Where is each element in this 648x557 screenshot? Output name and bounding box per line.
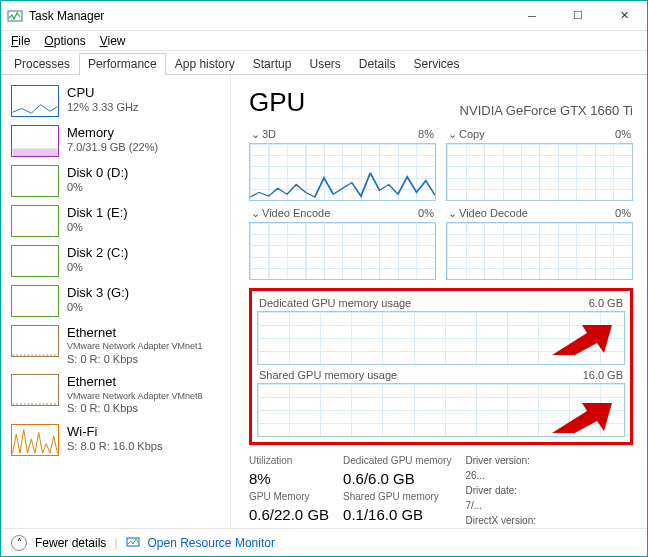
stat-shared: 0.1/16.0 GB <box>343 506 451 523</box>
sidebar-item-label: CPU <box>67 85 139 101</box>
sidebar-item-label: Disk 0 (D:) <box>67 165 128 181</box>
svg-rect-1 <box>13 149 58 157</box>
sidebar-item-label: Wi-Fi <box>67 424 162 440</box>
app-icon <box>7 8 23 24</box>
sidebar: CPU12% 3.33 GHz Memory7.0/31.9 GB (22%) … <box>1 75 231 528</box>
fewer-details-link[interactable]: Fewer details <box>35 536 106 550</box>
sidebar-item-ethernet2[interactable]: EthernetVMware Network Adapter VMnet8S: … <box>1 370 230 419</box>
annotation-arrow-icon <box>552 403 612 433</box>
tabstrip: Processes Performance App history Startu… <box>1 51 647 75</box>
menubar: File Options View <box>1 31 647 51</box>
svg-marker-4 <box>552 325 612 355</box>
stat-dedicated: 0.6/6.0 GB <box>343 470 451 487</box>
sidebar-item-cpu[interactable]: CPU12% 3.33 GHz <box>1 81 230 121</box>
ethernet-thumb-icon <box>11 325 59 357</box>
chevron-down-icon: ⌄ <box>448 207 457 219</box>
tab-performance[interactable]: Performance <box>79 53 166 75</box>
sidebar-item-disk0[interactable]: Disk 0 (D:)0% <box>1 161 230 201</box>
tab-details[interactable]: Details <box>350 53 405 75</box>
disk-thumb-icon <box>11 245 59 277</box>
chart-video-encode[interactable]: ⌄Video Encode0% <box>249 207 436 280</box>
sidebar-item-disk2[interactable]: Disk 2 (C:)0% <box>1 241 230 281</box>
close-button[interactable]: ✕ <box>601 1 647 31</box>
chevron-down-icon: ⌄ <box>448 128 457 140</box>
stat-utilization: 8% <box>249 470 329 487</box>
chart-area <box>249 143 436 201</box>
sidebar-item-label: Disk 3 (G:) <box>67 285 129 301</box>
sidebar-item-label: Disk 2 (C:) <box>67 245 128 261</box>
tab-services[interactable]: Services <box>405 53 469 75</box>
footer: ˄ Fewer details | Open Resource Monitor <box>1 528 647 556</box>
tab-app-history[interactable]: App history <box>166 53 244 75</box>
disk-thumb-icon <box>11 205 59 237</box>
stats-row: Utilization 8% GPU Memory 0.6/22.0 GB De… <box>249 455 633 528</box>
disk-thumb-icon <box>11 165 59 197</box>
chart-3d[interactable]: ⌄3D8% <box>249 128 436 201</box>
stat-gpu-memory: 0.6/22.0 GB <box>249 506 329 523</box>
svg-marker-5 <box>552 403 612 433</box>
minimize-button[interactable]: ─ <box>509 1 555 31</box>
resource-monitor-link[interactable]: Open Resource Monitor <box>148 536 275 550</box>
sidebar-item-label: Ethernet <box>67 374 203 390</box>
sidebar-item-disk1[interactable]: Disk 1 (E:)0% <box>1 201 230 241</box>
sidebar-item-ethernet1[interactable]: EthernetVMware Network Adapter VMnet1S: … <box>1 321 230 370</box>
chart-area <box>446 222 633 280</box>
tab-processes[interactable]: Processes <box>5 53 79 75</box>
titlebar: Task Manager ─ ☐ ✕ <box>1 1 647 31</box>
sidebar-item-label: Disk 1 (E:) <box>67 205 128 221</box>
chart-area <box>446 143 633 201</box>
window-title: Task Manager <box>29 9 104 23</box>
gpu-device-name: NVIDIA GeForce GTX 1660 Ti <box>460 103 633 118</box>
menu-options[interactable]: Options <box>38 34 91 48</box>
gpu-info: Driver version:26... Driver date:7/... D… <box>465 455 592 528</box>
menu-file[interactable]: File <box>5 34 36 48</box>
tab-users[interactable]: Users <box>300 53 349 75</box>
disk-thumb-icon <box>11 285 59 317</box>
chevron-down-icon: ⌄ <box>251 128 260 140</box>
sidebar-item-wifi[interactable]: Wi-FiS: 8.0 R: 16.0 Kbps <box>1 420 230 460</box>
chevron-up-icon[interactable]: ˄ <box>11 535 27 551</box>
main-panel: GPU NVIDIA GeForce GTX 1660 Ti ⌄3D8% ⌄Co… <box>231 75 647 528</box>
chart-area <box>249 222 436 280</box>
cpu-thumb-icon <box>11 85 59 117</box>
chart-video-decode[interactable]: ⌄Video Decode0% <box>446 207 633 280</box>
menu-view[interactable]: View <box>94 34 132 48</box>
monitor-icon <box>126 536 140 550</box>
annotation-highlight: Dedicated GPU memory usage6.0 GB Shared … <box>249 288 633 445</box>
sidebar-item-memory[interactable]: Memory7.0/31.9 GB (22%) <box>1 121 230 161</box>
annotation-arrow-icon <box>552 325 612 355</box>
sidebar-item-disk3[interactable]: Disk 3 (G:)0% <box>1 281 230 321</box>
tab-startup[interactable]: Startup <box>244 53 301 75</box>
chevron-down-icon: ⌄ <box>251 207 260 219</box>
memory-thumb-icon <box>11 125 59 157</box>
wifi-thumb-icon <box>11 424 59 456</box>
chart-copy[interactable]: ⌄Copy0% <box>446 128 633 201</box>
maximize-button[interactable]: ☐ <box>555 1 601 31</box>
ethernet-thumb-icon <box>11 374 59 406</box>
sidebar-item-label: Memory <box>67 125 158 141</box>
sidebar-item-label: Ethernet <box>67 325 203 341</box>
page-title: GPU <box>249 87 305 118</box>
